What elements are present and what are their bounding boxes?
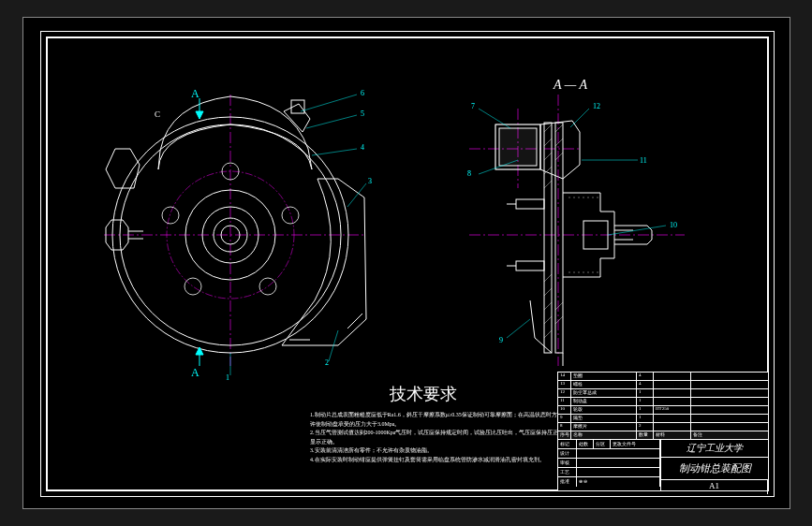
bom-mat [654,389,691,397]
tb-role: 设计 [558,449,577,458]
bom-mat [654,423,691,431]
bom-hdr-qty: 数量 [637,431,654,439]
title-block-right: 辽宁工业大学 制动钳总装配图 A1 [661,440,768,490]
svg-line-44 [544,274,552,282]
bom-name: 轮毂 [571,406,637,414]
bom-hdr-mat: 材料 [654,431,691,439]
bom-mat [654,398,691,405]
bom-name: 制动盘 [571,398,637,405]
callout-8: 8 [467,169,471,178]
callout-1: 1 [226,373,229,382]
svg-line-45 [544,288,552,296]
bom-name: 垫圈 [571,373,637,380]
school-name: 辽宁工业大学 [661,440,768,458]
section-mark-top: A [191,87,199,101]
svg-line-40 [544,139,552,146]
svg-line-51 [555,153,563,160]
bom-qty: 1 [637,406,654,414]
svg-rect-28 [555,123,563,353]
svg-line-62 [301,95,357,111]
svg-line-48 [544,330,552,338]
projection-symbol: ⊕ ⊖ [577,477,660,487]
tech-line: 4.在实际安装时制动钳应提供弹簧挂钉及套筒需采用临盘系统管防渗水减润滑油孔密封填… [310,456,572,465]
svg-line-59 [507,319,530,338]
tb-c4: 更改文件号 [611,440,660,448]
svg-marker-20 [196,111,203,119]
callout-9: 9 [499,336,503,344]
svg-line-50 [555,139,563,146]
svg-line-53 [555,316,563,324]
bom-hdr-no: 序号 [558,431,571,439]
tb-c3: 分区 [594,440,611,448]
bom-name: 摩擦片 [571,423,637,431]
tech-line: 1.制动片总成表面粗糙度应低于Ra1.6，斜压干摩擦系数μ≥0.35保证制动可靠… [310,411,572,429]
bom-qty: 4 [637,373,654,380]
bom-no: 14 [558,373,571,380]
svg-point-13 [162,207,179,224]
callout-3: 3 [368,177,372,185]
svg-point-12 [185,278,201,295]
sheet-size: A1 [661,480,768,494]
bom-qty: 1 [637,398,654,405]
bom-no: 13 [558,381,571,388]
title-block: 14垫圈4 13螺栓4 12防尘罩总成1 11制动盘1 10轮毂1HT250 9… [557,372,769,491]
svg-line-64 [312,149,357,155]
svg-point-10 [282,207,299,224]
tb-sig [577,459,660,467]
bom-qty: 1 [637,389,654,397]
bom-name: 防尘罩总成 [571,389,637,397]
bom-note [691,381,768,388]
section-title: A — A [554,78,587,93]
tech-line: 3.安装前清清洁所有零件；不允许有杂质物油脂。 [310,446,572,456]
section-mark-bottom: A [191,366,199,380]
bom-name: 隔垫 [571,415,637,422]
bom-hdr-note: 备注 [691,431,768,439]
svg-line-57 [570,109,589,127]
callout-4: 4 [361,143,364,152]
tech-line: 2.当压气管测试值达到200-1000Kpa气压时，试压应保持规定时间，试验压比… [310,429,572,446]
view-label-c: C [155,110,160,119]
bom-mat: HT250 [654,406,691,414]
svg-line-49 [555,124,563,132]
svg-line-52 [555,302,563,310]
bom-note [691,398,768,405]
drawing-title: 制动钳总装配图 [661,458,768,480]
svg-line-15 [347,314,362,329]
svg-rect-35 [516,199,544,209]
tb-label: 标记 [558,440,577,448]
svg-line-39 [544,124,552,132]
callout-12: 12 [593,102,600,110]
svg-line-47 [544,316,552,324]
tech-req-title: 技术要求 [390,383,457,405]
svg-rect-37 [516,261,544,270]
tb-role: 批准 [558,477,577,487]
callout-10: 10 [670,221,677,229]
bom-no: 11 [558,398,571,405]
bom-mat [654,373,691,380]
tb-sig [577,449,660,458]
svg-line-43 [544,181,552,188]
svg-line-46 [544,302,552,310]
bom-qty: 4 [637,381,654,388]
tb-role: 工艺 [558,468,577,476]
bom-note [691,373,768,380]
bom-note [691,406,768,414]
bom-no: 10 [558,406,571,414]
bom-no: 12 [558,389,571,397]
bom-no: 8 [558,423,571,431]
callout-11: 11 [640,156,647,165]
bom-hdr-name: 名称 [571,431,637,439]
bom-qty: 1 [637,415,654,422]
bom-no: 9 [558,415,571,422]
tech-req-body: 1.制动片总成表面粗糙度应低于Ra1.6，斜压干摩擦系数μ≥0.35保证制动可靠… [310,411,572,465]
tb-role: 审核 [558,459,577,467]
title-block-left: 标记处数分区更改文件号 设计 审核 工艺 批准⊕ ⊖ [558,440,661,490]
bom-note [691,423,768,431]
callout-7: 7 [471,102,475,110]
callout-6: 6 [361,89,364,97]
bom-qty: 2 [637,423,654,431]
bom-mat [654,415,691,422]
bom-note [691,389,768,397]
cad-canvas: A A C 6 5 4 3 2 1 A — A 7 12 8 11 10 9 技… [22,17,790,509]
svg-line-56 [479,109,510,128]
